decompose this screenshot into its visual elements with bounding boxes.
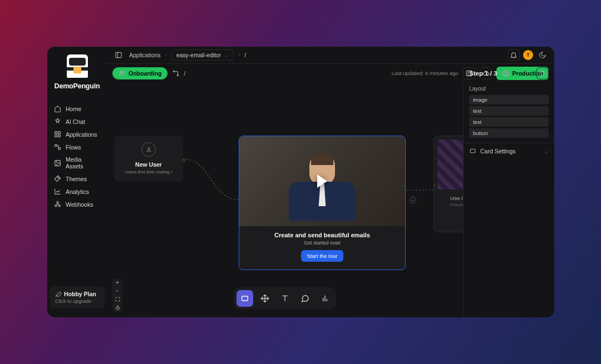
plan-title-text: Hobby Plan (64, 291, 96, 297)
output-port[interactable] (182, 159, 185, 162)
svg-point-14 (122, 71, 124, 73)
chat-tool-button[interactable] (297, 290, 313, 307)
card-icon (469, 147, 476, 154)
app-selector[interactable]: easy-email-editor ⌄ (171, 49, 234, 61)
svg-rect-4 (55, 144, 57, 146)
bottom-toolbar (234, 287, 336, 310)
delete-button[interactable] (536, 67, 549, 79)
bars-icon (321, 294, 329, 303)
zoom-in-button[interactable]: + (112, 278, 122, 287)
chevron-down-icon: ⌄ (544, 148, 549, 154)
step-card[interactable]: Create and send beautiful emails Get sta… (239, 136, 406, 270)
svg-point-10 (57, 202, 58, 203)
card-settings-toggle[interactable]: Card Settings ⌄ (464, 143, 554, 158)
nav-webhooks[interactable]: Webhooks (51, 198, 104, 211)
svg-rect-0 (55, 132, 57, 134)
svg-rect-3 (58, 135, 61, 137)
sidebar: DemoPenguin Home AI Chat Applications Fl… (47, 47, 107, 317)
lock-button[interactable] (112, 303, 122, 312)
avatar[interactable]: T (523, 50, 533, 60)
palette-icon (54, 175, 61, 182)
chevron-right-icon: › (165, 52, 167, 58)
nav-label: Flows (66, 144, 81, 151)
breadcrumb-root[interactable]: Applications (129, 52, 161, 58)
chevron-right-icon: › (238, 52, 240, 58)
output-port[interactable] (404, 184, 406, 187)
layout-label: Layout (469, 86, 549, 92)
last-updated: Last updated: 6 minutes ago (392, 70, 459, 76)
nav-themes[interactable]: Themes (51, 172, 104, 185)
svg-rect-1 (58, 132, 61, 134)
peek-subtitle: Choose from (437, 202, 463, 207)
svg-rect-22 (242, 296, 248, 301)
text-tool-button[interactable] (277, 290, 293, 307)
poll-tool-button[interactable] (317, 290, 333, 307)
chart-icon (54, 188, 61, 195)
layout-section: Layout image text text button (464, 82, 554, 143)
breadcrumb-path: / (244, 52, 246, 58)
svg-point-20 (147, 147, 149, 149)
users-icon (118, 69, 126, 77)
main: Applications › easy-email-editor ⌄ › / T (107, 47, 554, 317)
nav-label: Media Assets (66, 156, 100, 169)
video-thumbnail[interactable] (239, 136, 405, 226)
trigger-node[interactable]: New User Users first time visiting / (114, 136, 183, 182)
nav-label: Applications (66, 131, 97, 138)
layout-item-button[interactable]: button (469, 128, 549, 138)
svg-point-7 (56, 161, 57, 162)
move-tool-button[interactable] (257, 290, 273, 307)
svg-point-15 (173, 71, 174, 72)
trash-icon (539, 70, 546, 77)
next-step-card[interactable]: Use indu Choose from (433, 136, 463, 232)
rocket-icon (55, 291, 61, 297)
layout-item-text[interactable]: text (469, 106, 549, 116)
card-tool-button[interactable] (237, 290, 253, 307)
moon-icon (539, 51, 546, 59)
nav-label: AI Chat (66, 118, 85, 125)
chat-icon (54, 118, 61, 125)
nav-label: Themes (66, 176, 87, 182)
layout-item-text[interactable]: text (469, 117, 549, 127)
user-icon (141, 142, 156, 157)
onboarding-pill[interactable]: Onboarding (112, 67, 168, 79)
step-indicator: Step 1 / 3 (469, 70, 497, 77)
nav-label: Analytics (66, 188, 89, 195)
svg-rect-23 (470, 149, 475, 153)
nav-analytics[interactable]: Analytics (51, 185, 104, 198)
app-window: DemoPenguin Home AI Chat Applications Fl… (47, 47, 554, 317)
card-title: Create and send beautiful emails (246, 232, 398, 238)
nav-ai-chat[interactable]: AI Chat (51, 115, 104, 128)
route-icon[interactable] (172, 69, 180, 77)
input-port[interactable] (433, 184, 435, 187)
move-icon (260, 294, 269, 303)
nav-applications[interactable]: Applications (51, 128, 104, 141)
svg-rect-11 (116, 52, 122, 57)
nav: Home AI Chat Applications Flows Media As… (47, 99, 107, 211)
webhook-icon (54, 201, 61, 208)
thumbnail (437, 139, 463, 190)
cta-button[interactable]: Start the tour (301, 250, 344, 262)
card-settings-label: Card Settings (480, 148, 516, 154)
notifications-button[interactable] (508, 49, 520, 61)
nav-label: Webhooks (66, 201, 93, 208)
nav-flows[interactable]: Flows (51, 141, 104, 153)
toggle-sidebar-button[interactable] (112, 49, 125, 61)
image-icon (54, 159, 61, 167)
canvas[interactable]: New User Users first time visiting / (107, 82, 463, 317)
topbar: Applications › easy-email-editor ⌄ › / T (107, 47, 554, 64)
fit-view-button[interactable] (112, 295, 122, 303)
zoom-out-button[interactable]: − (112, 287, 122, 295)
panel-icon (115, 51, 122, 59)
theme-toggle-button[interactable] (536, 49, 549, 61)
add-node-button[interactable]: + (410, 197, 416, 203)
plan-card[interactable]: Hobby Plan Click to upgrade (50, 286, 105, 308)
nav-home[interactable]: Home (51, 102, 104, 115)
nav-label: Home (66, 106, 81, 112)
trigger-subtitle: Users first time visiting / (119, 169, 179, 175)
svg-point-16 (177, 74, 178, 76)
text-icon (280, 294, 289, 303)
svg-point-13 (120, 71, 122, 73)
brand-name: DemoPenguin (55, 82, 100, 90)
layout-item-image[interactable]: image (469, 95, 549, 104)
nav-media-assets[interactable]: Media Assets (51, 153, 104, 172)
